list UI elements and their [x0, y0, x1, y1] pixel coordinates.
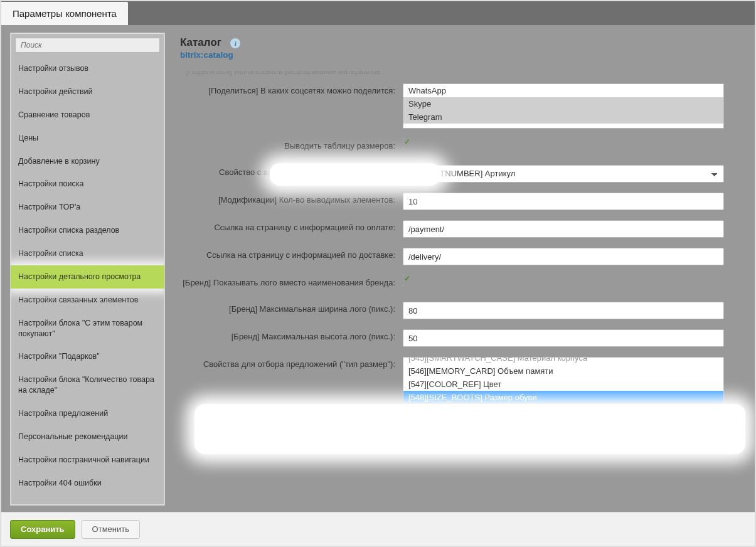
- sidebar-item[interactable]: Настройки "Подарков": [11, 345, 164, 368]
- sidebar-item[interactable]: Настройки списка: [11, 242, 164, 265]
- row-size-table-prop: Таблица размеров (польз. свойство): [UF_…: [180, 412, 740, 431]
- size-table-checkbox[interactable]: [403, 138, 404, 149]
- content-area: Настройки отзывов Настройки действий Сра…: [1, 25, 755, 514]
- row-brand-width: [Бренд] Максимальная ширина лого (пикс.)…: [180, 300, 740, 319]
- sidebar-item[interactable]: Настройки отзывов: [11, 57, 164, 80]
- brand-width-input[interactable]: [403, 302, 724, 319]
- sidebar-item[interactable]: Настройки постраничной навигации: [11, 449, 164, 472]
- sidebar-nav[interactable]: Настройки отзывов Настройки действий Сра…: [11, 57, 164, 505]
- dialog-frame: Параметры компонента Настройки отзывов Н…: [0, 0, 756, 547]
- list-option-selected[interactable]: Telegram: [403, 110, 723, 124]
- label: Свойство с артикулом торговых предложени…: [180, 164, 403, 178]
- label: Ссылка на страницу с информацией по дост…: [180, 247, 403, 260]
- brand-height-input[interactable]: [403, 329, 724, 347]
- payment-link-input[interactable]: [403, 220, 724, 238]
- row-size-table: Выводить таблицу размеров:: [180, 137, 740, 155]
- share-networks-listbox[interactable]: WhatsApp Skype Telegram: [403, 83, 724, 129]
- list-option[interactable]: [546][MEMORY_CARD] Объем памяти: [403, 364, 723, 378]
- row-offer-props: Свойства для отбора предложений ("тип ра…: [180, 356, 740, 403]
- sidebar-item[interactable]: Настройки блока "Количество товара на ск…: [11, 368, 164, 402]
- list-option[interactable]: [545][SMARTWATCH_CASE] Материал корпуса: [403, 357, 723, 364]
- sidebar-item[interactable]: Цены: [11, 127, 164, 150]
- label: [Бренд] Показывать лого вместо наименова…: [180, 274, 403, 288]
- sidebar-item[interactable]: Настройки связанных элементов: [11, 289, 164, 312]
- info-icon[interactable]: i: [230, 38, 240, 48]
- size-table-prop-select[interactable]: [UF_SIZE_TABLE]Таблица размеров: [403, 413, 724, 431]
- row-payment-link: Ссылка на страницу с информацией по опла…: [180, 219, 740, 238]
- label: Выводить таблицу размеров:: [180, 137, 403, 151]
- mod-count-input[interactable]: [403, 193, 724, 210]
- save-button[interactable]: Сохранить: [10, 520, 75, 539]
- artnumber-select[interactable]: [539][ARTNUMBER] Артикул: [403, 165, 724, 183]
- label: Ссылка на страницу с информацией по опла…: [180, 219, 403, 233]
- label: [Бренд] Максимальная ширина лого (пикс.)…: [180, 300, 403, 314]
- main-panel: Каталог i bitrix:catalog [Поделиться] Ис…: [165, 25, 755, 514]
- sidebar-item[interactable]: Настройки действий: [11, 80, 164, 104]
- page-header: Каталог i bitrix:catalog: [180, 36, 740, 60]
- form-area: [Поделиться] Использовать расшаривание м…: [180, 71, 740, 485]
- row-delivery-link: Ссылка на страницу с информацией по дост…: [180, 247, 740, 265]
- search-input[interactable]: [15, 38, 160, 53]
- page-title: Каталог: [180, 36, 221, 48]
- sidebar-item[interactable]: Добавление в корзину: [11, 150, 164, 173]
- sidebar-item-active[interactable]: Настройки детального просмотра: [11, 265, 164, 289]
- dialog-title: Параметры компонента: [1, 2, 128, 25]
- row-brand-height: [Бренд] Максимальная высота лого (пикс.)…: [180, 328, 740, 347]
- sidebar-item[interactable]: Настройки блока "С этим товаром покупают…: [11, 312, 164, 346]
- label: [Бренд] Максимальная высота лого (пикс.)…: [180, 328, 403, 342]
- row-share-networks: [Поделиться] В каких соцсетях можно поде…: [180, 82, 740, 129]
- list-option[interactable]: [547][COLOR_REF] Цвет: [403, 378, 723, 391]
- row-mod-count: [Модификации] Кол-во выводимых элементов…: [180, 191, 740, 210]
- sidebar-item[interactable]: Настройки списка разделов: [11, 219, 164, 242]
- label: Свойства для отбора предложений ("тип ра…: [180, 356, 403, 369]
- sidebar-item[interactable]: Настройка предложений: [11, 402, 164, 425]
- titlebar: Параметры компонента: [1, 1, 755, 25]
- label: [Поделиться] В каких соцсетях можно поде…: [180, 82, 403, 96]
- list-option-selected[interactable]: Skype: [403, 97, 723, 110]
- delivery-link-input[interactable]: [403, 248, 724, 265]
- list-option[interactable]: WhatsApp: [403, 84, 723, 97]
- sidebar-item[interactable]: Настройки 404 ошибки: [11, 472, 164, 495]
- sidebar-item[interactable]: Сравнение товаров: [11, 104, 164, 127]
- page-subtitle: bitrix:catalog: [180, 50, 240, 60]
- dialog-footer: Сохранить Отменить: [1, 512, 755, 546]
- search-wrap: [11, 33, 164, 57]
- sidebar-item[interactable]: Персональные рекомендации: [11, 425, 164, 449]
- sidebar-item[interactable]: Настройки поиска: [11, 173, 164, 196]
- sidebar-item[interactable]: Настройки ТОР'а: [11, 196, 164, 219]
- label: Таблица размеров (польз. свойство):: [180, 412, 403, 426]
- brand-logo-checkbox[interactable]: [403, 275, 404, 285]
- sidebar: Настройки отзывов Настройки действий Сра…: [10, 33, 165, 506]
- offer-props-listbox[interactable]: [545][SMARTWATCH_CASE] Материал корпуса …: [403, 357, 724, 403]
- row-artnumber: Свойство с артикулом торговых предложени…: [180, 164, 740, 183]
- list-option-selected[interactable]: [548][SIZE_BOOTS] Размер обуви: [403, 391, 723, 403]
- row-brand-logo: [Бренд] Показывать лого вместо наименова…: [180, 274, 740, 292]
- row-share-use-label: [Поделиться] Использовать расшаривание м…: [180, 71, 740, 76]
- label: [Модификации] Кол-во выводимых элементов…: [180, 191, 403, 205]
- cancel-button[interactable]: Отменить: [82, 520, 140, 539]
